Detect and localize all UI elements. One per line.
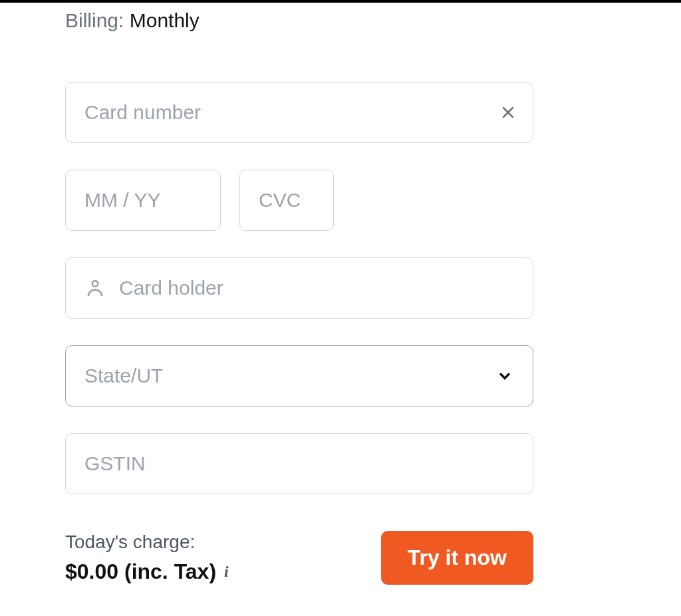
state-placeholder: State/UT <box>84 365 495 387</box>
gstin-input[interactable] <box>84 452 514 475</box>
payment-form-container: Billing: Monthly State/UT <box>0 3 599 616</box>
chevron-down-icon <box>495 367 514 385</box>
billing-line: Billing: Monthly <box>65 9 533 32</box>
footer-row: Today's charge: $0.00 (inc. Tax) i Try i… <box>65 531 533 585</box>
expiry-input[interactable] <box>84 189 202 212</box>
card-holder-field[interactable] <box>65 257 533 319</box>
card-number-input[interactable] <box>84 101 514 124</box>
person-icon <box>84 277 106 299</box>
card-holder-input[interactable] <box>119 277 514 299</box>
card-number-field[interactable] <box>65 82 533 143</box>
close-icon[interactable] <box>499 104 517 121</box>
charge-block: Today's charge: $0.00 (inc. Tax) i <box>65 532 229 584</box>
svg-point-2 <box>92 281 98 287</box>
try-it-now-button[interactable]: Try it now <box>381 531 533 585</box>
expiry-cvc-row <box>65 170 533 231</box>
cvc-input[interactable] <box>259 189 315 212</box>
cvc-field[interactable] <box>239 170 334 231</box>
charge-label: Today's charge: <box>65 532 229 553</box>
billing-label: Billing: <box>65 9 124 31</box>
info-icon[interactable]: i <box>224 563 229 581</box>
gstin-field[interactable] <box>65 433 533 494</box>
state-select[interactable]: State/UT <box>65 345 533 406</box>
charge-amount-line: $0.00 (inc. Tax) i <box>65 559 229 584</box>
charge-amount: $0.00 (inc. Tax) <box>65 559 216 584</box>
billing-value: Monthly <box>130 9 200 31</box>
expiry-field[interactable] <box>65 170 221 231</box>
